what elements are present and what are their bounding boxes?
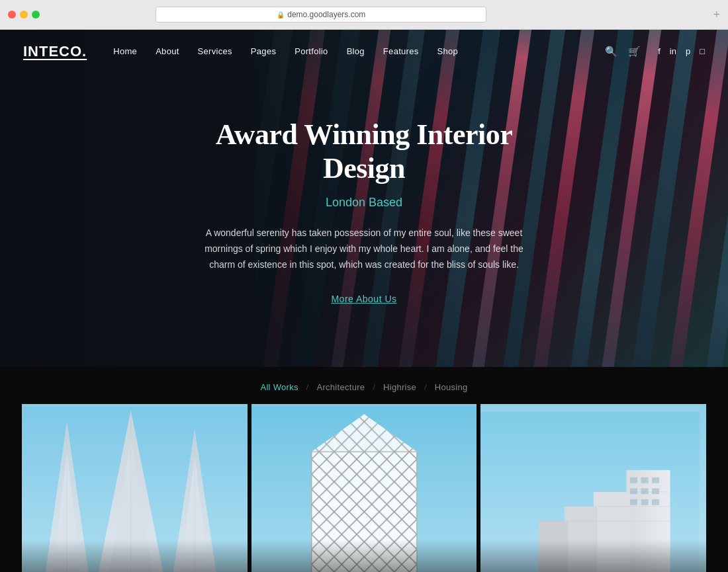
nav-features[interactable]: Features (383, 46, 419, 56)
nav-services[interactable]: Services (198, 46, 232, 56)
card-overlay-3 (480, 540, 706, 572)
svg-rect-23 (641, 477, 649, 483)
filter-sep-3: / (424, 382, 427, 392)
filter-sep-2: / (373, 382, 375, 392)
portfolio-filter: All Works / Architecture / Highrise / Ho… (260, 367, 467, 404)
hero-subtitle: London Based (199, 196, 529, 210)
svg-rect-24 (652, 477, 659, 483)
cart-icon-wrap[interactable]: 🛒 (628, 46, 641, 58)
hero-content: Award Winning Interior Design London Bas… (199, 118, 529, 305)
nav-portfolio[interactable]: Portfolio (295, 46, 328, 56)
cart-icon: 🛒 (628, 46, 641, 57)
nav-links: Home About Services Pages Portfolio Blog… (113, 46, 605, 56)
nav-pages[interactable]: Pages (251, 46, 276, 56)
website: INTECO. Home About Services Pages Portfo… (0, 30, 728, 572)
navbar: INTECO. Home About Services Pages Portfo… (0, 30, 728, 73)
nav-home[interactable]: Home (113, 46, 137, 56)
browser-dots (8, 11, 40, 19)
filter-architecture[interactable]: Architecture (316, 382, 365, 392)
filter-highrise[interactable]: Highrise (383, 382, 416, 392)
fullscreen-dot[interactable] (32, 11, 40, 19)
new-tab-button[interactable]: + (713, 8, 720, 22)
card-overlay-2 (251, 540, 477, 572)
svg-rect-28 (630, 499, 637, 505)
browser-chrome: 🔒 demo.goodlayers.com + (0, 0, 728, 30)
nav-blog[interactable]: Blog (347, 46, 365, 56)
search-icon[interactable]: 🔍 (605, 46, 617, 58)
nav-shop[interactable]: Shop (437, 46, 459, 56)
portfolio-card-3[interactable] (480, 404, 706, 572)
portfolio-section: All Works / Architecture / Highrise / Ho… (0, 367, 728, 572)
svg-rect-29 (641, 499, 649, 505)
svg-rect-30 (652, 499, 659, 505)
facebook-icon[interactable]: f (658, 46, 660, 56)
hero-cta-button[interactable]: More About Us (331, 294, 396, 304)
hero-description: A wonderful serenity has taken possessio… (199, 225, 529, 272)
hero-title: Award Winning Interior Design (199, 118, 529, 185)
linkedin-icon[interactable]: in (670, 46, 676, 56)
filter-housing[interactable]: Housing (435, 382, 468, 392)
card-overlay-1 (22, 540, 248, 572)
svg-rect-26 (641, 488, 649, 494)
filter-sep-1: / (306, 382, 309, 392)
svg-rect-25 (630, 488, 637, 494)
filter-all-works[interactable]: All Works (260, 382, 298, 392)
svg-rect-22 (630, 477, 637, 483)
url-text: demo.goodlayers.com (287, 10, 365, 19)
lock-icon: 🔒 (277, 11, 285, 19)
pinterest-icon[interactable]: p (686, 46, 690, 56)
social-icons: f in p □ (658, 46, 705, 56)
close-dot[interactable] (8, 11, 16, 19)
svg-rect-27 (652, 488, 659, 494)
portfolio-card-1[interactable] (22, 404, 248, 572)
site-logo[interactable]: INTECO. (23, 43, 87, 60)
hero-section: INTECO. Home About Services Pages Portfo… (0, 30, 728, 367)
portfolio-card-2[interactable] (251, 404, 477, 572)
portfolio-grid (0, 404, 728, 572)
minimize-dot[interactable] (20, 11, 28, 19)
nav-actions: 🔍 🛒 f in p □ (605, 46, 705, 58)
instagram-icon[interactable]: □ (700, 46, 705, 56)
address-bar[interactable]: 🔒 demo.goodlayers.com (156, 7, 486, 22)
nav-about[interactable]: About (156, 46, 179, 56)
